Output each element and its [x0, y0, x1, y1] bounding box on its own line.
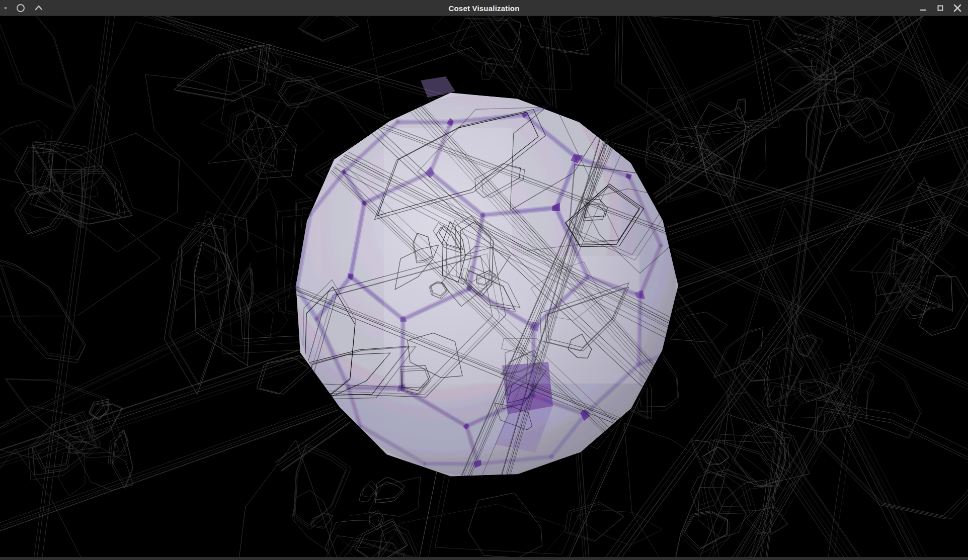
viewport-3d[interactable]: [0, 16, 968, 557]
coset-scene-canvas[interactable]: [0, 16, 968, 557]
window-title: Coset Visualization: [0, 0, 968, 16]
app-window: Coset Visualization: [0, 0, 968, 560]
maximize-button[interactable]: [935, 3, 946, 14]
dot-indicator-icon: [3, 3, 8, 14]
circle-view-icon[interactable]: [15, 3, 26, 14]
window-border-bottom: [0, 557, 968, 560]
close-button[interactable]: [952, 3, 963, 14]
titlebar-left-controls: [3, 0, 44, 16]
chevron-up-icon[interactable]: [33, 3, 44, 14]
titlebar-right-controls: [918, 0, 963, 16]
minimize-button[interactable]: [918, 3, 929, 14]
titlebar: Coset Visualization: [0, 0, 968, 16]
